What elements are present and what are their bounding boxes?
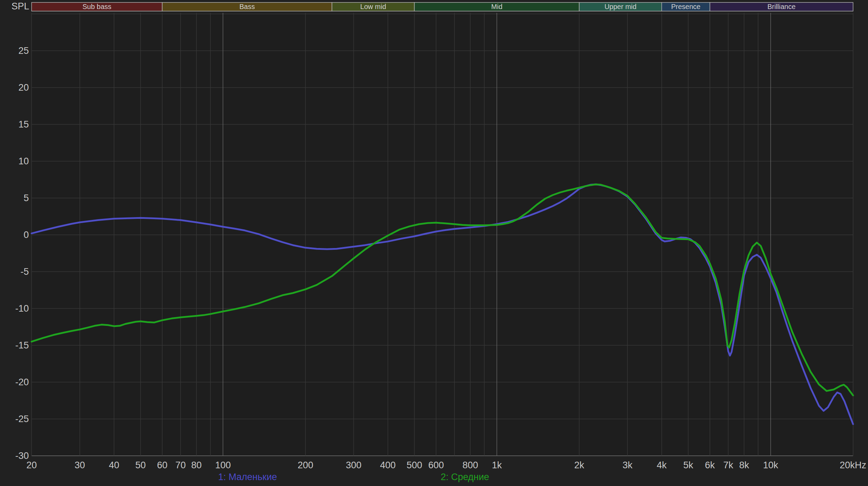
x-tick-label-100: 100: [215, 460, 231, 470]
y-tick-label--30: -30: [15, 451, 29, 461]
x-tick-label-10k: 10k: [763, 460, 778, 470]
y-tick-label-25: 25: [18, 46, 29, 56]
band-label-bass: Bass: [239, 3, 254, 10]
y-tick-label-15: 15: [18, 119, 29, 130]
band-label-low-mid: Low mid: [360, 3, 386, 10]
frequency-response-chart: Sub bassBassLow midMidUpper midPresenceB…: [0, 0, 868, 486]
band-label-brilliance: Brilliance: [767, 3, 795, 10]
x-tick-label-4k: 4k: [657, 460, 667, 470]
spl-frequency-response-app: SPL Sub bassBassLow midMidUpper midPrese…: [0, 0, 868, 486]
x-tick-label-50: 50: [135, 460, 146, 470]
y-tick-label--20: -20: [15, 377, 29, 387]
x-tick-label-7k: 7k: [723, 460, 733, 470]
y-tick-label--10: -10: [15, 303, 29, 314]
band-label-upper-mid: Upper mid: [604, 3, 636, 10]
x-tick-label-1k: 1k: [492, 460, 502, 470]
x-tick-label-800: 800: [462, 460, 478, 470]
x-tick-label-200: 200: [298, 460, 313, 470]
band-label-sub-bass: Sub bass: [82, 3, 111, 10]
y-tick-label-5: 5: [24, 193, 29, 203]
y-tick-label--25: -25: [15, 414, 29, 424]
x-tick-label-300: 300: [346, 460, 361, 470]
x-tick-label-30: 30: [75, 460, 85, 470]
y-tick-label--5: -5: [20, 266, 29, 277]
x-tick-label-80: 80: [191, 460, 202, 470]
y-tick-label-0: 0: [24, 230, 29, 240]
x-tick-label-6k: 6k: [705, 460, 715, 470]
x-tick-label-70: 70: [175, 460, 186, 470]
x-tick-label-60: 60: [157, 460, 167, 470]
x-tick-label-3k: 3k: [623, 460, 633, 470]
y-tick-label-20: 20: [18, 82, 29, 93]
band-label-mid: Mid: [491, 3, 502, 10]
x-axis-labels: 203040506070801002003004005006008001k2k3…: [26, 460, 866, 470]
x-tick-label-20kHz: 20kHz: [840, 460, 866, 470]
legend-item-series-2[interactable]: 2: Средние: [441, 472, 489, 482]
x-tick-label-500: 500: [407, 460, 422, 470]
y-tick-label-10: 10: [18, 156, 29, 166]
x-tick-label-600: 600: [428, 460, 444, 470]
band-label-presence: Presence: [671, 3, 701, 10]
y-axis-labels: 2520151050-5-10-15-20-25-30: [15, 46, 29, 461]
band-bar: Sub bassBassLow midMidUpper midPresenceB…: [32, 2, 853, 11]
x-tick-label-5k: 5k: [683, 460, 693, 470]
y-tick-label--15: -15: [15, 340, 29, 351]
x-tick-label-2k: 2k: [574, 460, 584, 470]
x-tick-label-400: 400: [380, 460, 396, 470]
x-tick-label-40: 40: [109, 460, 119, 470]
x-tick-label-8k: 8k: [739, 460, 749, 470]
plot-background: [32, 13, 853, 456]
x-tick-label-20: 20: [26, 460, 37, 470]
legend-item-series-1[interactable]: 1: Маленькие: [218, 472, 277, 482]
